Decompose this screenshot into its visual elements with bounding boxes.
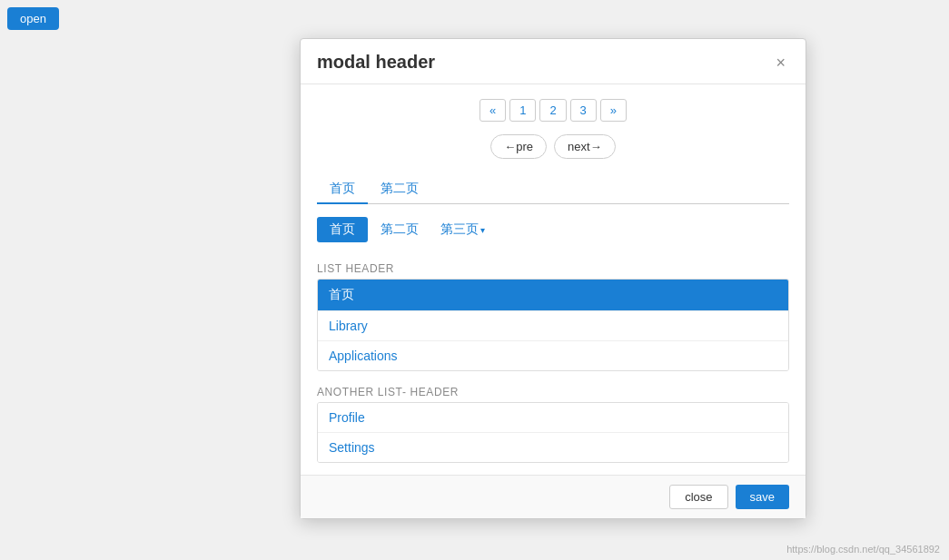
list-two: Profile Settings [317,402,789,463]
chevron-down-icon: ▾ [480,225,485,235]
tab-underline-page2[interactable]: 第二页 [368,175,431,204]
modal-title: modal header [317,52,435,73]
tabs-pill: 首页 第二页 第三页 ▾ [317,217,789,242]
modal-close-x-button[interactable]: × [772,54,789,71]
prev-next-nav: ←pre next→ [317,134,789,159]
list-item-homepage[interactable]: 首页 [318,280,788,311]
modal-footer: close save [301,475,806,518]
list-item-library[interactable]: Library [318,311,788,341]
next-button[interactable]: next→ [554,134,616,159]
pagination: « 1 2 3 » [317,99,789,122]
list-one-header-label: LIST HEADER [317,257,789,279]
save-button[interactable]: save [736,485,789,509]
list-item-profile[interactable]: Profile [318,403,788,433]
tab-underline-homepage[interactable]: 首页 [317,175,368,204]
tab-pill-page3-dropdown[interactable]: 第三页 ▾ [431,217,494,242]
modal-body: « 1 2 3 » ←pre next→ 首页 第二页 首页 第二页 第三页 ▾… [301,84,806,475]
modal-dialog: modal header × « 1 2 3 » ←pre next→ 首页 第… [300,38,806,519]
tab-pill-homepage[interactable]: 首页 [317,217,368,242]
tab-pill-page2[interactable]: 第二页 [368,217,431,242]
list-one: 首页 Library Applications [317,279,789,371]
prev-button[interactable]: ←pre [490,134,547,159]
pagination-next-button[interactable]: » [600,99,627,122]
tab-pill-page3-label: 第三页 [440,221,479,238]
pagination-page-2-button[interactable]: 2 [539,99,566,122]
open-button[interactable]: open [7,7,59,30]
pagination-prev-button[interactable]: « [479,99,506,122]
tabs-underline: 首页 第二页 [317,175,789,204]
close-button[interactable]: close [669,485,727,509]
pagination-page-1-button[interactable]: 1 [509,99,536,122]
list-item-settings[interactable]: Settings [318,433,788,462]
pagination-page-3-button[interactable]: 3 [570,99,597,122]
list-two-header-label: ANOTHER LIST- HEADER [317,380,789,402]
modal-header: modal header × [301,39,806,84]
watermark: https://blog.csdn.net/qq_34561892 [786,544,940,555]
list-item-applications[interactable]: Applications [318,341,788,370]
